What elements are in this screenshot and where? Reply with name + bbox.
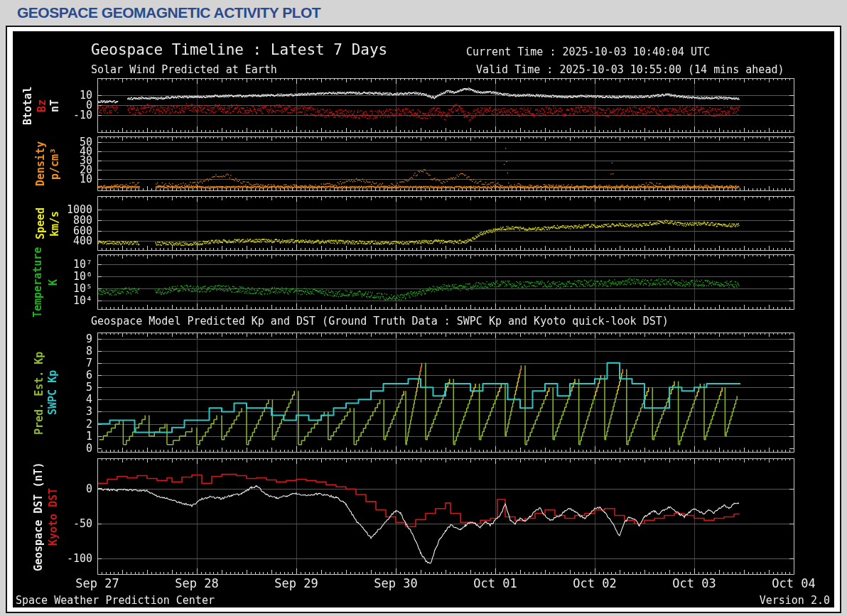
page-title: GEOSPACE GEOMAGNETIC ACTIVITY PLOT — [17, 4, 320, 21]
kp-dst-section-title: Geospace Model Predicted Kp and DST (Gro… — [91, 315, 669, 328]
plot-area: Geospace Timeline : Latest 7 Days Curren… — [13, 31, 834, 607]
footer-credit: Space Weather Prediction Center — [16, 594, 215, 607]
plot-title: Geospace Timeline : Latest 7 Days — [91, 41, 387, 58]
valid-time-label: Valid Time : 2025-10-03 10:55:00 (14 min… — [476, 63, 784, 76]
footer-version: Version 2.0 — [760, 594, 830, 607]
current-time-label: Current Time : 2025-10-03 10:40:04 UTC — [466, 45, 710, 58]
plot-frame: Geospace Timeline : Latest 7 Days Curren… — [6, 26, 841, 613]
plot-subtitle: Solar Wind Predicted at Earth — [91, 63, 277, 76]
